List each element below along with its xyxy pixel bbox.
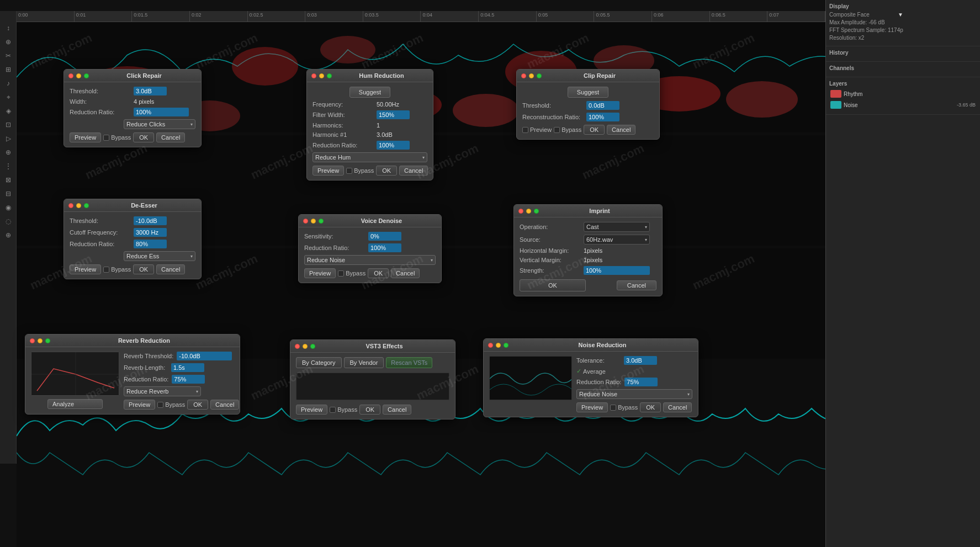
reverb-reduction-titlebar[interactable]: Reverb Reduction: [25, 334, 240, 347]
reverb-preview-btn[interactable]: Preview: [124, 400, 155, 410]
source-dropdown[interactable]: 60Hz.wav ▾: [584, 235, 650, 245]
noise-reduction-close[interactable]: [488, 343, 493, 348]
de-esser-mode-dropdown[interactable]: Reduce Ess ▾: [124, 251, 195, 261]
noise-ok-btn[interactable]: OK: [640, 402, 661, 412]
clip-preview-checkbox[interactable]: [522, 127, 528, 133]
imprint-titlebar[interactable]: Imprint: [514, 205, 662, 217]
clip-threshold-value[interactable]: 0.0dB: [586, 101, 619, 110]
vst3-titlebar[interactable]: VST3 Effects: [290, 340, 455, 353]
reverb-close[interactable]: [30, 338, 35, 343]
click-repair-preview[interactable]: Preview: [70, 132, 101, 142]
voice-ok-btn[interactable]: OK: [368, 268, 389, 278]
vst3-bypass-checkbox[interactable]: [330, 407, 336, 413]
sensitivity-value[interactable]: 0%: [368, 232, 401, 241]
noise-reduction-titlebar[interactable]: Noise Reduction: [484, 339, 698, 352]
reverb-ratio-value[interactable]: 75%: [172, 375, 205, 384]
reverb-length-value[interactable]: 1.5s: [171, 363, 204, 372]
voice-denoise-titlebar[interactable]: Voice Denoise: [299, 215, 441, 227]
hum-reduction-ratio-value[interactable]: 100%: [377, 141, 410, 150]
click-repair-minimize[interactable]: [76, 73, 81, 78]
imprint-minimize[interactable]: [526, 209, 531, 214]
vst3-preview-btn[interactable]: Preview: [296, 405, 327, 415]
cutoff-value[interactable]: 3000 Hz: [134, 228, 167, 237]
clip-repair-maximize[interactable]: [537, 73, 542, 78]
tolerance-value[interactable]: 3.0dB: [624, 356, 657, 365]
noise-reduction-minimize[interactable]: [496, 343, 501, 348]
threshold-value[interactable]: 3.0dB: [134, 87, 167, 95]
vst3-ok-btn[interactable]: OK: [359, 405, 380, 415]
hum-ok-btn[interactable]: OK: [376, 166, 397, 176]
hum-mode-dropdown[interactable]: Reduce Hum ▾: [312, 152, 427, 162]
reverb-bypass-checkbox[interactable]: [157, 402, 163, 408]
imprint-ok-btn[interactable]: OK: [520, 279, 586, 291]
reverb-analyze-btn[interactable]: Analyze: [47, 399, 103, 409]
click-repair-close[interactable]: [68, 73, 73, 78]
voice-denoise-maximize[interactable]: [319, 219, 324, 224]
vst3-minimize[interactable]: [303, 344, 308, 349]
de-esser-threshold-value[interactable]: -10.0dB: [134, 216, 167, 225]
hum-reduction-close[interactable]: [311, 73, 316, 78]
clip-bypass-checkbox[interactable]: [554, 127, 560, 133]
click-repair-titlebar[interactable]: Click Repair: [64, 70, 201, 82]
by-category-tab[interactable]: By Category: [296, 357, 342, 368]
de-esser-ok-btn[interactable]: OK: [133, 264, 154, 274]
reverb-cancel-btn[interactable]: Cancel: [210, 400, 239, 410]
vst3-maximize[interactable]: [310, 344, 315, 349]
noise-reduction-maximize[interactable]: [504, 343, 508, 348]
imprint-close[interactable]: [518, 209, 523, 214]
voice-denoise-close[interactable]: [303, 219, 308, 224]
reverb-minimize[interactable]: [38, 338, 43, 343]
hum-reduction-minimize[interactable]: [319, 73, 324, 78]
clip-repair-titlebar[interactable]: Clip Repair: [517, 70, 659, 82]
de-esser-bypass-checkbox[interactable]: [103, 267, 109, 273]
imprint-cancel-btn[interactable]: Cancel: [617, 280, 656, 290]
noise-bypass-checkbox[interactable]: [610, 405, 616, 411]
voice-cancel-btn[interactable]: Cancel: [391, 268, 420, 278]
clip-reconstruction-value[interactable]: 100%: [586, 113, 619, 121]
reverb-threshold-value[interactable]: -10.0dB: [177, 352, 232, 360]
vst3-close[interactable]: [295, 344, 300, 349]
voice-bypass-checkbox[interactable]: [338, 270, 344, 277]
voice-preview-btn[interactable]: Preview: [304, 268, 336, 278]
rescan-vsts-btn[interactable]: Rescan VSTs: [386, 357, 432, 368]
clip-repair-cancel-btn[interactable]: Cancel: [607, 125, 635, 135]
de-esser-close[interactable]: [68, 203, 73, 208]
noise-preview-btn[interactable]: Preview: [576, 402, 608, 412]
reverb-mode-dropdown[interactable]: Reduce Reverb ▾: [124, 386, 201, 396]
by-vendor-tab[interactable]: By Vendor: [344, 357, 384, 368]
voice-denoise-minimize[interactable]: [311, 219, 316, 224]
click-repair-cancel[interactable]: Cancel: [156, 132, 185, 142]
bypass-checkbox[interactable]: [103, 135, 109, 141]
clip-suggest-btn[interactable]: Suggest: [568, 87, 608, 98]
hum-preview-btn[interactable]: Preview: [312, 166, 344, 176]
click-repair-maximize[interactable]: [84, 73, 89, 78]
clip-repair-minimize[interactable]: [529, 73, 534, 78]
de-esser-maximize[interactable]: [84, 203, 89, 208]
de-esser-minimize[interactable]: [76, 203, 81, 208]
hum-cancel-btn[interactable]: Cancel: [399, 166, 428, 176]
de-esser-titlebar[interactable]: De-Esser: [64, 199, 201, 212]
reverb-ok-btn[interactable]: OK: [187, 400, 208, 410]
noise-cancel-btn[interactable]: Cancel: [663, 402, 692, 412]
hum-suggest-btn[interactable]: Suggest: [349, 87, 390, 98]
reduction-ratio-value[interactable]: 100%: [134, 108, 189, 116]
strength-value[interactable]: 100%: [584, 266, 650, 275]
filter-width-value[interactable]: 150%: [377, 110, 410, 119]
imprint-maximize[interactable]: [534, 209, 539, 214]
reverb-maximize[interactable]: [45, 338, 50, 343]
vst3-cancel-btn[interactable]: Cancel: [383, 405, 411, 415]
clip-repair-ok-btn[interactable]: OK: [584, 125, 605, 135]
de-esser-preview-btn[interactable]: Preview: [70, 264, 101, 274]
noise-ratio-value[interactable]: 75%: [624, 378, 658, 386]
de-esser-ratio-value[interactable]: 80%: [134, 240, 167, 248]
voice-mode-dropdown[interactable]: Reduce Noise ▾: [304, 255, 436, 265]
hum-reduction-titlebar[interactable]: Hum Reduction: [307, 70, 433, 82]
hum-reduction-maximize[interactable]: [327, 73, 332, 78]
mode-dropdown[interactable]: Reduce Clicks ▾: [124, 119, 195, 129]
voice-ratio-value[interactable]: 100%: [368, 243, 401, 252]
click-repair-ok[interactable]: OK: [133, 132, 154, 142]
clip-repair-close[interactable]: [521, 73, 526, 78]
operation-dropdown[interactable]: Cast ▾: [584, 222, 650, 232]
noise-mode-dropdown[interactable]: Reduce Noise ▾: [576, 389, 692, 399]
de-esser-cancel-btn[interactable]: Cancel: [156, 264, 185, 274]
